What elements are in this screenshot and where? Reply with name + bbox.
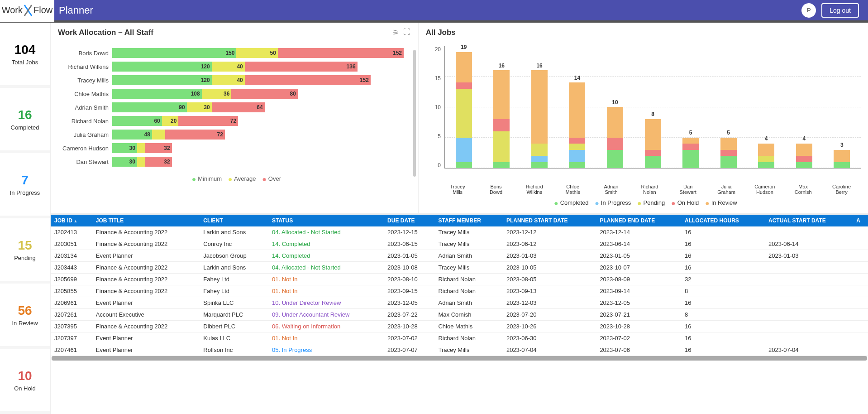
- summary-value: 7: [0, 173, 50, 188]
- summary-label: In Progress: [0, 189, 50, 196]
- alloc-staff-name: Adrian Smith: [58, 104, 112, 111]
- table-row[interactable]: J205699Finance & Accounting 2022Fahey Lt…: [51, 274, 868, 285]
- x-axis-label: DanStewart: [669, 182, 707, 195]
- summary-card-completed[interactable]: 16Completed: [0, 88, 50, 153]
- app-logo: Work Flow: [0, 0, 54, 22]
- table-row[interactable]: J203134Event PlannerJacobson Group14. Co…: [51, 250, 868, 262]
- logout-button[interactable]: Log out: [821, 3, 859, 18]
- legend-over: Over: [258, 175, 281, 182]
- x-axis-label: TraceyMills: [439, 182, 477, 195]
- table-header[interactable]: CLIENT: [200, 215, 268, 226]
- summary-label: On Hold: [0, 385, 50, 392]
- summary-label: In Review: [0, 320, 50, 327]
- jobs-table-wrap[interactable]: JOB IDJOB TITLECLIENTSTATUSDUE DATESTAFF…: [51, 213, 868, 414]
- summary-card-inprogress[interactable]: 7In Progress: [0, 153, 50, 218]
- summary-value: 16: [0, 108, 50, 122]
- logo-cross-icon: [24, 4, 33, 17]
- table-header[interactable]: PLANNED END DATE: [596, 215, 681, 226]
- legend-minimum: Minimum: [187, 175, 222, 182]
- jobs-bar[interactable]: 8: [634, 46, 672, 168]
- all-jobs-panel: All Jobs 20151050 1916161410855443 Trace…: [419, 23, 868, 213]
- table-header[interactable]: ALLOCATED HOURS: [681, 215, 765, 226]
- table-header[interactable]: DUE DATE: [384, 215, 434, 226]
- table-header[interactable]: JOB ID: [51, 215, 92, 226]
- alloc-row: Boris Dowd15050152: [58, 46, 410, 60]
- summary-value: 56: [0, 303, 50, 318]
- jobs-bar[interactable]: 16: [520, 46, 558, 168]
- work-allocation-panel: Work Allocation – All Staff ⚞ ⛶ Boris Do…: [51, 23, 419, 213]
- alloc-staff-name: Julia Graham: [58, 131, 112, 138]
- table-header[interactable]: A: [853, 215, 868, 226]
- table-row[interactable]: J202413Finance & Accounting 2022Larkin a…: [51, 226, 868, 238]
- jobs-bar[interactable]: 10: [596, 46, 634, 168]
- table-horizontal-scrollbar[interactable]: [52, 356, 867, 361]
- avatar[interactable]: P: [801, 3, 816, 18]
- work-allocation-chart[interactable]: Boris Dowd15050152Richard Wilkins1204013…: [58, 46, 410, 168]
- page-title: Planner: [54, 5, 801, 16]
- x-axis-label: CameronHudson: [745, 182, 784, 195]
- all-jobs-legend: Completed In Progress Pending On Hold In…: [426, 199, 861, 207]
- summary-label: Pending: [0, 255, 50, 261]
- x-axis-label: RichardWilkins: [515, 182, 553, 195]
- filter-icon[interactable]: ⚞: [392, 28, 399, 37]
- table-row[interactable]: J203443Finance & Accounting 2022Larkin a…: [51, 262, 868, 274]
- summary-card-pending[interactable]: 15Pending: [0, 218, 50, 284]
- work-allocation-title: Work Allocation – All Staff: [58, 28, 410, 37]
- alloc-staff-name: Chloe Mathis: [58, 91, 112, 97]
- summary-label: Total Jobs: [0, 59, 50, 66]
- table-row[interactable]: J205855Finance & Accounting 2022Fahey Lt…: [51, 285, 868, 297]
- work-allocation-legend: Minimum Average Over: [58, 175, 410, 183]
- x-axis-label: ChloeMathis: [553, 182, 592, 195]
- alloc-staff-name: Richard Wilkins: [58, 63, 112, 70]
- all-jobs-chart[interactable]: 20151050 1916161410855443: [426, 46, 861, 182]
- jobs-bar[interactable]: 4: [747, 46, 785, 168]
- x-axis-label: BorisDowd: [477, 182, 515, 195]
- alloc-staff-name: Dan Stewart: [58, 159, 112, 165]
- alloc-row: Dan Stewart3032: [58, 155, 410, 168]
- logo-text-right: Flow: [33, 5, 52, 15]
- top-bar: Work Flow Planner P Log out: [0, 0, 868, 23]
- jobs-bar[interactable]: 19: [445, 46, 483, 168]
- alloc-row: Julia Graham4872: [58, 128, 410, 141]
- expand-icon[interactable]: ⛶: [403, 28, 410, 37]
- legend-pending: Pending: [633, 199, 665, 206]
- jobs-bar[interactable]: 3: [823, 46, 861, 168]
- alloc-row: Tracey Mills12040152: [58, 73, 410, 87]
- alloc-row: Chloe Mathis1083680: [58, 87, 410, 101]
- summary-card-inreview[interactable]: 56In Review: [0, 284, 50, 349]
- summary-card-total[interactable]: 104Total Jobs: [0, 23, 50, 88]
- table-header[interactable]: PLANNED START DATE: [503, 215, 596, 226]
- alloc-row: Richard Wilkins12040136: [58, 60, 410, 73]
- legend-onhold: On Hold: [667, 199, 699, 206]
- alloc-row: Adrian Smith903064: [58, 101, 410, 114]
- legend-completed: Completed: [549, 199, 589, 206]
- all-jobs-title: All Jobs: [426, 28, 861, 37]
- table-header[interactable]: STAFF MEMBER: [434, 215, 502, 226]
- jobs-bar[interactable]: 4: [785, 46, 823, 168]
- alloc-staff-name: Tracey Mills: [58, 77, 112, 84]
- table-header[interactable]: STATUS: [268, 215, 384, 226]
- table-row[interactable]: J207395Finance & Accounting 2022Dibbert …: [51, 321, 868, 332]
- summary-card-onhold[interactable]: 10On Hold: [0, 349, 50, 414]
- table-row[interactable]: J203051Finance & Accounting 2022Conroy I…: [51, 238, 868, 250]
- table-row[interactable]: J206961Event PlannerSpinka LLC10. Under …: [51, 297, 868, 309]
- summary-label: Completed: [0, 124, 50, 131]
- x-axis-label: AdrianSmith: [592, 182, 630, 195]
- legend-average: Average: [224, 175, 256, 182]
- jobs-bar[interactable]: 5: [672, 46, 710, 168]
- table-row[interactable]: J207261Account ExecutiveMarquardt PLC09.…: [51, 309, 868, 321]
- table-row[interactable]: J207397Event PlannerKulas LLC01. Not In2…: [51, 332, 868, 344]
- jobs-bar[interactable]: 14: [558, 46, 596, 168]
- jobs-table[interactable]: JOB IDJOB TITLECLIENTSTATUSDUE DATESTAFF…: [51, 215, 868, 356]
- alloc-row: Cameron Hudson3032: [58, 141, 410, 155]
- table-row[interactable]: J207461Event PlannerRolfson Inc05. In Pr…: [51, 344, 868, 356]
- chart-scrollbar[interactable]: [413, 50, 416, 177]
- table-header[interactable]: JOB TITLE: [92, 215, 200, 226]
- jobs-bar[interactable]: 5: [710, 46, 748, 168]
- legend-inreview: In Review: [701, 199, 737, 206]
- jobs-bar[interactable]: 16: [483, 46, 521, 168]
- legend-inprogress: In Progress: [590, 199, 631, 206]
- table-header[interactable]: ACTUAL START DATE: [765, 215, 853, 226]
- summary-value: 15: [0, 238, 50, 253]
- summary-sidebar: 104Total Jobs16Completed7In Progress15Pe…: [0, 23, 50, 414]
